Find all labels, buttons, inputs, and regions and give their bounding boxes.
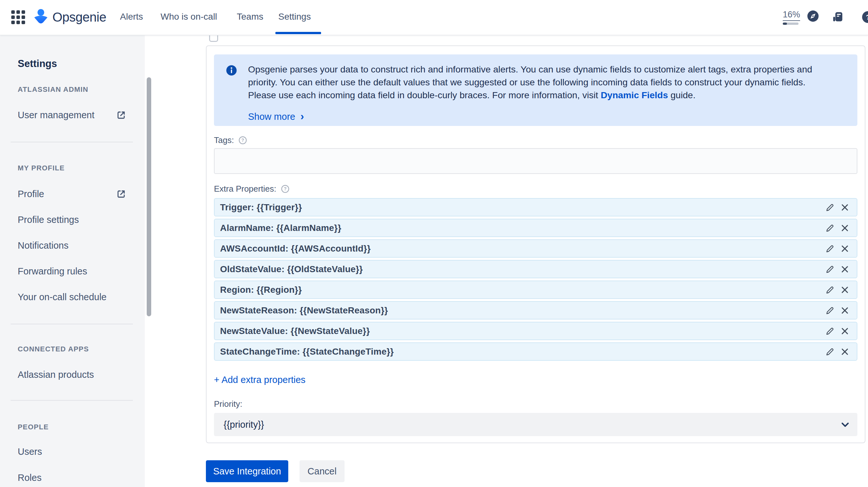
info-icon: [226, 65, 237, 76]
sidebar-item-users[interactable]: Users: [0, 445, 145, 459]
svg-text:?: ?: [284, 186, 287, 191]
release-notes-icon[interactable]: [831, 10, 844, 23]
tags-input[interactable]: [214, 148, 857, 174]
edit-property-button[interactable]: [825, 202, 836, 213]
info-banner: Opsgenie parses your data to construct r…: [214, 54, 857, 126]
dynamic-fields-link[interactable]: Dynamic Fields: [601, 90, 668, 100]
pencil-icon: [825, 285, 835, 295]
app-switcher-icon[interactable]: [11, 10, 26, 24]
edit-property-button[interactable]: [825, 305, 836, 316]
edit-property-button[interactable]: [825, 346, 836, 357]
delete-property-button[interactable]: [839, 202, 850, 213]
edit-property-button[interactable]: [825, 284, 836, 295]
extra-properties-list: Trigger: {{Trigger}} AlarmName: {{AlarmN…: [214, 198, 857, 361]
nav-tab-teams[interactable]: Teams: [237, 11, 263, 22]
pencil-icon: [825, 244, 835, 254]
sidebar-item-profile-settings[interactable]: Profile settings: [0, 212, 145, 227]
sidebar-divider: [11, 142, 133, 142]
pencil-icon: [825, 264, 835, 274]
nav-tab-alerts[interactable]: Alerts: [120, 11, 143, 22]
pencil-icon: [825, 326, 835, 336]
property-row: NewStateValue: {{NewStateValue}}: [214, 322, 857, 340]
pencil-icon: [825, 223, 835, 233]
delete-property-button[interactable]: [839, 284, 850, 295]
sidebar-item-your-on-call-schedule[interactable]: Your on-call schedule: [0, 290, 145, 304]
help-circle-icon[interactable]: ?: [281, 184, 289, 193]
integration-settings-card: Opsgenie parses your data to construct r…: [206, 46, 865, 443]
svg-text:?: ?: [241, 138, 244, 143]
sidebar-divider: [11, 324, 133, 324]
x-icon: [840, 347, 850, 356]
show-more-link[interactable]: Show more ›: [248, 111, 304, 122]
property-row: Region: {{Region}}: [214, 281, 857, 299]
nav-tab-settings[interactable]: Settings: [278, 11, 311, 22]
delete-property-button[interactable]: [839, 243, 850, 254]
sidebar-item-user-management[interactable]: User management: [0, 108, 145, 122]
form-actions: Save Integration Cancel: [206, 460, 345, 482]
compass-icon[interactable]: [807, 10, 819, 22]
extra-properties-label-row: Extra Properties: ?: [214, 183, 857, 194]
x-icon: [840, 264, 850, 274]
chevron-right-icon: ›: [301, 111, 304, 121]
property-row: NewStateReason: {{NewStateReason}}: [214, 301, 857, 319]
brand-name: Opsgenie: [53, 10, 106, 25]
usage-progress-bar: [783, 23, 799, 25]
save-integration-button[interactable]: Save Integration: [206, 460, 288, 482]
brand[interactable]: Opsgenie: [33, 9, 106, 25]
sidebar-item-roles[interactable]: Roles: [0, 470, 145, 485]
active-tab-indicator: [275, 32, 321, 34]
delete-property-button[interactable]: [839, 305, 850, 316]
property-row: StateChangeTime: {{StateChangeTime}}: [214, 342, 857, 361]
property-row: AWSAccountId: {{AWSAccountId}}: [214, 239, 857, 258]
cancel-button[interactable]: Cancel: [300, 460, 345, 482]
settings-sidebar: Settings ATLASSIAN ADMIN User management…: [0, 35, 145, 487]
x-icon: [840, 326, 850, 336]
usage-percent: 16%: [783, 10, 800, 21]
pencil-icon: [825, 203, 835, 212]
edit-property-button[interactable]: [825, 223, 836, 233]
delete-property-button[interactable]: [839, 346, 850, 357]
help-icon[interactable]: ?: [862, 11, 868, 24]
x-icon: [840, 203, 850, 212]
chevron-down-icon: [839, 419, 851, 430]
sidebar-title: Settings: [0, 35, 145, 70]
sidebar-scrollbar[interactable]: [147, 77, 151, 316]
add-extra-properties-link[interactable]: + Add extra properties: [214, 375, 306, 385]
priority-label: Priority:: [214, 399, 857, 409]
sidebar-item-atlassian-products[interactable]: Atlassian products: [0, 368, 145, 382]
property-row: AlarmName: {{AlarmName}}: [214, 219, 857, 237]
section-header-my-profile: MY PROFILE: [18, 164, 145, 173]
tags-label-row: Tags: ?: [214, 135, 857, 145]
property-row: Trigger: {{Trigger}}: [214, 198, 857, 217]
x-icon: [840, 306, 850, 315]
delete-property-button[interactable]: [839, 326, 850, 337]
edit-property-button[interactable]: [825, 326, 836, 337]
delete-property-button[interactable]: [839, 264, 850, 275]
help-circle-icon[interactable]: ?: [238, 136, 247, 145]
section-header-people: PEOPLE: [18, 423, 145, 432]
delete-property-button[interactable]: [839, 223, 850, 233]
priority-value: {{priority}}: [224, 419, 264, 430]
usage-meter[interactable]: 16%: [783, 10, 799, 25]
x-icon: [840, 223, 850, 233]
section-header-connected-apps: CONNECTED APPS: [18, 345, 145, 354]
priority-select[interactable]: {{priority}}: [214, 413, 857, 436]
banner-text: Opsgenie parses your data to construct r…: [248, 63, 837, 102]
sidebar-item-notifications[interactable]: Notifications: [0, 238, 145, 253]
opsgenie-logo-icon: [33, 9, 49, 25]
pencil-icon: [825, 306, 835, 315]
edit-property-button[interactable]: [825, 264, 836, 275]
x-icon: [840, 285, 850, 295]
external-link-icon: [116, 189, 126, 199]
external-link-icon: [116, 110, 126, 120]
sidebar-item-profile[interactable]: Profile: [0, 187, 145, 201]
pencil-icon: [825, 347, 835, 356]
edit-property-button[interactable]: [825, 243, 836, 254]
sidebar-item-forwarding-rules[interactable]: Forwarding rules: [0, 264, 145, 278]
top-navigation: Opsgenie Alerts Who is on-call Teams Set…: [0, 0, 868, 35]
svg-text:?: ?: [866, 13, 868, 21]
sidebar-divider: [11, 400, 133, 401]
section-header-atlassian-admin: ATLASSIAN ADMIN: [18, 85, 145, 94]
property-row: OldStateValue: {{OldStateValue}}: [214, 260, 857, 278]
nav-tab-who-is-on-call[interactable]: Who is on-call: [160, 11, 217, 22]
